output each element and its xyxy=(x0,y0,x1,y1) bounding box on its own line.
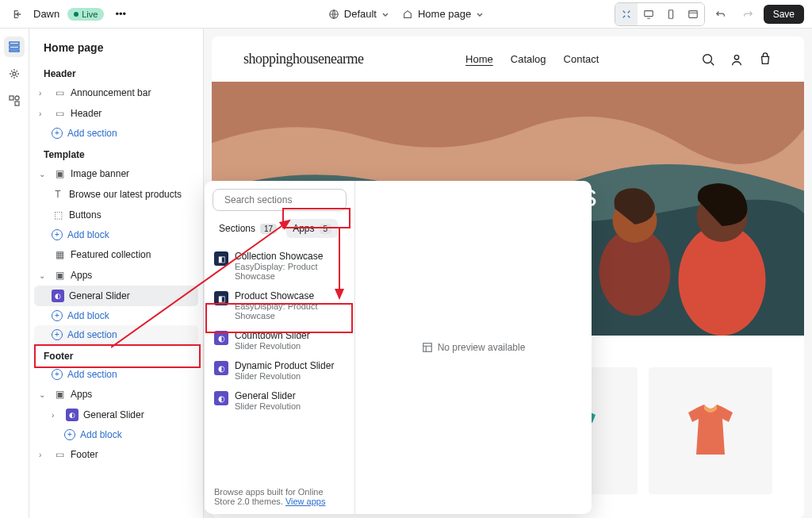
svg-point-7 xyxy=(13,72,16,75)
app-item-general-slider[interactable]: ◐General SliderSlider Revolution xyxy=(213,386,347,416)
theme-name: Dawn xyxy=(33,8,59,20)
image-icon: ▣ xyxy=(53,167,66,180)
home-icon xyxy=(402,9,413,20)
viewport-fullscreen[interactable] xyxy=(682,3,704,25)
svg-rect-5 xyxy=(10,46,19,48)
apps-icon: ▣ xyxy=(53,388,66,401)
add-block-apps[interactable]: +Add block xyxy=(34,306,198,325)
tree-footer-slider[interactable]: ›◐General Slider xyxy=(34,405,198,425)
left-rail xyxy=(0,29,29,518)
store-brand: shoppinghousenearme xyxy=(243,51,363,67)
viewport-desktop[interactable] xyxy=(638,3,660,25)
sidebar: Home page Header ›▭Announcement bar ›▭He… xyxy=(29,29,204,518)
announcement-icon: ▭ xyxy=(53,86,66,99)
account-icon[interactable] xyxy=(730,52,744,67)
exit-button[interactable] xyxy=(8,6,25,23)
svg-rect-8 xyxy=(10,96,13,100)
rail-sections[interactable] xyxy=(4,36,25,57)
rail-settings[interactable] xyxy=(4,63,25,84)
tree-general-slider[interactable]: ◐General Slider xyxy=(34,286,198,306)
app-item-dynamic-slider[interactable]: ◐Dynamic Product SliderSlider Revolution xyxy=(213,355,347,386)
button-icon: ⬚ xyxy=(52,209,64,221)
layout-icon xyxy=(422,342,433,353)
app-list: ◧Collection ShowcaseEasyDisplay: Product… xyxy=(213,246,347,481)
svg-rect-6 xyxy=(10,50,19,52)
product-card[interactable] xyxy=(649,367,772,494)
app-footer: Browse apps built for Online Store 2.0 t… xyxy=(213,481,347,506)
tree-footer[interactable]: ›▭Footer xyxy=(34,444,198,465)
svg-rect-4 xyxy=(10,42,19,44)
group-footer: Footer xyxy=(34,344,198,365)
svg-rect-2 xyxy=(668,10,672,18)
viewport-fill[interactable] xyxy=(615,3,638,25)
tree-announcement-bar[interactable]: ›▭Announcement bar xyxy=(34,82,198,103)
collection-icon: ▦ xyxy=(53,248,66,261)
app-item-product-showcase[interactable]: ◧Product ShowcaseEasyDisplay: Product Sh… xyxy=(213,286,347,325)
nav-catalog[interactable]: Catalog xyxy=(511,53,546,65)
add-section-footer[interactable]: +Add section xyxy=(34,365,198,384)
tree-featured-collection[interactable]: ▦Featured collection xyxy=(34,244,198,265)
status-badge: Live xyxy=(67,8,104,21)
page-selector[interactable]: Home page xyxy=(402,8,484,20)
save-button[interactable]: Save xyxy=(764,5,804,24)
svg-point-11 xyxy=(703,54,712,63)
tab-sections[interactable]: Sections17 xyxy=(213,219,283,238)
section-picker-popup: Sections17 Apps5 ◧Collection ShowcaseEas… xyxy=(205,181,592,514)
app-icon: ◧ xyxy=(214,291,228,305)
app-block-icon: ◐ xyxy=(52,290,64,302)
undo-button[interactable] xyxy=(710,3,732,25)
tab-apps[interactable]: Apps5 xyxy=(286,219,338,238)
svg-point-10 xyxy=(15,96,19,100)
tree-apps-section[interactable]: ⌄▣Apps xyxy=(34,265,198,286)
search-sections[interactable] xyxy=(213,189,347,211)
add-block-footer-apps[interactable]: +Add block xyxy=(34,425,198,444)
tree-header[interactable]: ›▭Header xyxy=(34,103,198,124)
add-section-header[interactable]: +Add section xyxy=(34,124,198,143)
tree-text-block[interactable]: TBrowse our latest products xyxy=(34,184,198,205)
store-nav: shoppinghousenearme Home Catalog Contact xyxy=(212,36,804,82)
svg-point-12 xyxy=(734,55,738,59)
app-item-countdown-slider[interactable]: ◐Countdown SliderSlider Revolution xyxy=(213,325,347,355)
app-item-collection-showcase[interactable]: ◧Collection ShowcaseEasyDisplay: Product… xyxy=(213,246,347,286)
page-title: Home page xyxy=(34,36,198,62)
tree-footer-apps[interactable]: ⌄▣Apps xyxy=(34,384,198,405)
popup-preview: No preview available xyxy=(355,181,592,514)
nav-home[interactable]: Home xyxy=(465,53,493,65)
group-template: Template xyxy=(34,143,198,163)
more-menu[interactable]: ••• xyxy=(112,5,129,23)
topbar: Dawn Live ••• Default Home page Save xyxy=(0,0,812,29)
chevron-down-icon xyxy=(381,10,389,18)
svg-rect-9 xyxy=(15,102,19,106)
redo-button[interactable] xyxy=(737,3,759,25)
locale-selector[interactable]: Default xyxy=(328,8,389,20)
app-icon: ◧ xyxy=(214,251,228,266)
add-block-banner[interactable]: +Add block xyxy=(34,225,198,244)
chevron-down-icon xyxy=(476,10,484,18)
search-icon[interactable] xyxy=(701,52,715,67)
rail-apps[interactable] xyxy=(4,90,25,111)
group-header: Header xyxy=(34,62,198,82)
tree-image-banner[interactable]: ⌄▣Image banner xyxy=(34,163,198,184)
viewport-mobile[interactable] xyxy=(660,3,682,25)
footer-icon: ▭ xyxy=(53,448,66,461)
apps-icon: ▣ xyxy=(53,269,66,282)
app-icon: ◐ xyxy=(214,361,228,375)
svg-rect-19 xyxy=(423,343,431,352)
text-icon: T xyxy=(52,188,64,201)
nav-contact[interactable]: Contact xyxy=(564,53,599,65)
app-icon: ◐ xyxy=(214,391,228,405)
app-block-icon: ◐ xyxy=(66,409,79,421)
view-apps-link[interactable]: View apps xyxy=(285,497,326,506)
svg-rect-1 xyxy=(644,10,653,16)
store-navlinks: Home Catalog Contact xyxy=(465,53,599,65)
svg-rect-3 xyxy=(688,10,697,17)
search-input[interactable] xyxy=(224,194,343,205)
app-icon: ◐ xyxy=(214,331,228,345)
add-section-template[interactable]: +Add section xyxy=(34,325,198,344)
header-icon: ▭ xyxy=(53,107,66,120)
cart-icon[interactable] xyxy=(758,52,772,67)
globe-icon xyxy=(328,9,339,20)
tree-buttons-block[interactable]: ⬚Buttons xyxy=(34,205,198,225)
